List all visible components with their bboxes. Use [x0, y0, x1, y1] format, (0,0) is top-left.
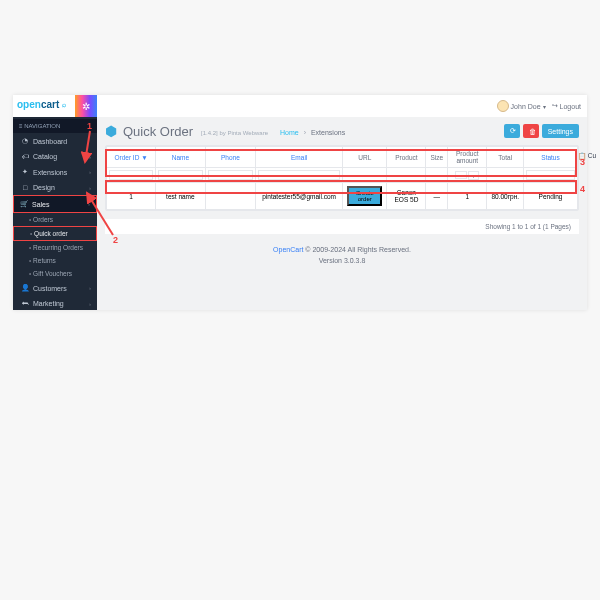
- col-total: Total: [487, 147, 524, 168]
- footer-version: Version 3.0.3.8: [319, 257, 366, 264]
- cell-name: test name: [156, 183, 206, 210]
- cell-email: pintatester55@gmail.com: [256, 183, 343, 210]
- filter-row: --▾: [107, 168, 578, 183]
- annotation-arrow-2: [85, 191, 115, 239]
- filter-status[interactable]: [526, 170, 575, 180]
- footer-brand-link[interactable]: OpenCart: [273, 246, 303, 253]
- main-content: ⬢ Quick Order [1.4.2] by Pinta Webware H…: [97, 117, 587, 310]
- sidebar-item-marketing[interactable]: ⮪Marketing›: [13, 296, 97, 311]
- delete-button[interactable]: 🗑: [523, 124, 539, 138]
- settings-button[interactable]: Settings: [542, 124, 579, 138]
- orders-table: Order ID ▼ Name Phone Email URL Product …: [106, 146, 578, 210]
- cart-icon: 🛒: [20, 200, 28, 208]
- footer: OpenCart © 2009-2024 All Rights Reserved…: [97, 244, 587, 266]
- module-icon: ⬢: [105, 123, 117, 139]
- brand-logo: opencart ⌕: [17, 99, 66, 110]
- col-product: Product: [387, 147, 426, 168]
- col-email[interactable]: Email: [256, 147, 343, 168]
- desktop-icon: □: [21, 184, 29, 191]
- sidebar-sub-recurring[interactable]: Recurring Orders: [13, 241, 97, 254]
- filter-email[interactable]: [258, 170, 340, 180]
- cell-product: Canon EOS 5D: [387, 183, 426, 210]
- data-panel: Order ID ▼ Name Phone Email URL Product …: [105, 145, 579, 211]
- breadcrumb-home[interactable]: Home: [280, 129, 299, 136]
- col-order-id[interactable]: Order ID ▼: [107, 147, 156, 168]
- tag-icon: 🏷: [21, 153, 29, 160]
- svg-line-0: [85, 131, 90, 162]
- cell-amount: 1: [448, 183, 487, 210]
- cell-size: —: [426, 183, 448, 210]
- filter-amount-select[interactable]: --▾: [455, 171, 479, 180]
- dashboard-icon: ◔: [21, 137, 29, 145]
- col-phone[interactable]: Phone: [205, 147, 256, 168]
- cell-phone: [205, 183, 256, 210]
- col-name[interactable]: Name: [156, 147, 206, 168]
- sidebar-sub-returns[interactable]: Returns: [13, 254, 97, 267]
- table-row: 1 test name pintatester55@gmail.com Crea…: [107, 183, 578, 210]
- col-url: URL: [343, 147, 387, 168]
- create-order-button[interactable]: Create order: [347, 186, 382, 206]
- page-subtitle: [1.4.2] by Pinta Webware: [201, 130, 268, 136]
- avatar: [497, 100, 509, 112]
- svg-line-1: [87, 193, 113, 235]
- logout-icon: ↪: [552, 102, 558, 110]
- user-name: John Doe: [511, 103, 541, 110]
- filter-id[interactable]: [109, 170, 153, 180]
- puzzle-icon: ✦: [21, 168, 29, 176]
- annotation-arrow-1: [85, 129, 103, 171]
- logout-link[interactable]: ↪ Logout: [552, 102, 581, 110]
- col-size: Size: [426, 147, 448, 168]
- app-tile-icon[interactable]: ✲: [75, 95, 97, 117]
- col-amount: Product amount: [448, 147, 487, 168]
- breadcrumb: Home › Extensions: [280, 129, 345, 136]
- annotation-3: 3: [580, 157, 585, 167]
- filter-phone[interactable]: [208, 170, 254, 180]
- sidebar-item-customers[interactable]: 👤Customers›: [13, 280, 97, 296]
- cell-total: 80.00грн.: [487, 183, 524, 210]
- chevron-down-icon: ▾: [543, 103, 546, 110]
- annotation-4: 4: [580, 184, 585, 194]
- top-header: opencart ⌕ ✲ John Doe ▾ ↪ Logout: [13, 95, 587, 117]
- cell-status: Pending: [524, 183, 578, 210]
- filter-name[interactable]: [158, 170, 203, 180]
- sidebar-sub-gift[interactable]: Gift Vouchers: [13, 267, 97, 280]
- pagination-info: Showing 1 to 1 of 1 (1 Pages): [105, 219, 579, 234]
- col-status[interactable]: Status: [524, 147, 578, 168]
- user-icon: 👤: [21, 284, 29, 292]
- share-icon: ⮪: [21, 300, 29, 307]
- page-header: ⬢ Quick Order [1.4.2] by Pinta Webware H…: [97, 117, 587, 145]
- refresh-button[interactable]: ⟳: [504, 124, 520, 138]
- user-menu[interactable]: John Doe ▾: [497, 100, 546, 112]
- page-title: Quick Order: [123, 124, 193, 139]
- table-header-row: Order ID ▼ Name Phone Email URL Product …: [107, 147, 578, 168]
- breadcrumb-current: Extensions: [311, 129, 345, 136]
